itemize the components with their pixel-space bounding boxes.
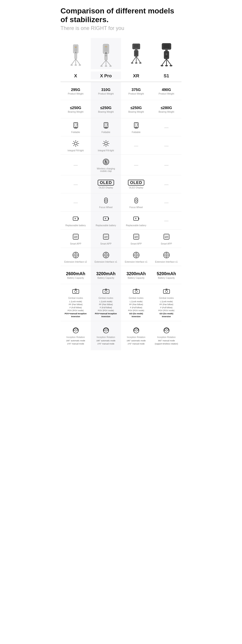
cell-cap-xpro: 3200mAh Battery Capacity	[91, 266, 121, 284]
cap-value-xr: 3200mAh	[127, 271, 146, 276]
cell-inception-xr: Inception Rotation 180° automatic mode27…	[121, 321, 151, 350]
repbat-icon-x	[72, 214, 80, 223]
focus-icon-xr	[132, 196, 140, 205]
oled-badge-xr: OLED	[128, 180, 144, 186]
focus-dash-s1: —	[164, 200, 169, 205]
svg-point-152	[135, 330, 137, 331]
svg-line-66	[73, 142, 74, 142]
cell-weight-x: 295G Product Weight	[61, 82, 91, 100]
cell-inception-xpro: Inception Rotation 180° automatic mode27…	[91, 321, 121, 350]
svg-point-123	[136, 254, 137, 256]
svg-point-130	[166, 254, 167, 256]
svg-rect-22	[105, 47, 107, 47]
gimbal-icon-x	[72, 287, 80, 296]
svg-point-21	[105, 66, 107, 67]
foldable-label-xr: Foldable	[132, 131, 141, 134]
smartapp-label-xpro: Smart APP	[100, 242, 111, 245]
foldable-label-x: Foldable	[71, 131, 80, 134]
bearing-value-x: ≤250G	[70, 106, 81, 110]
cell-focus-s1: —	[151, 193, 181, 211]
svg-rect-55	[107, 124, 107, 126]
foldable-icon-xr	[132, 122, 140, 130]
repbat-label-xr: Replaceable battery	[126, 224, 146, 227]
oled-label-xpro: OLED Display	[99, 186, 113, 189]
oled-icon-xpro: OLED	[98, 180, 114, 186]
product-name-xr: XR	[121, 72, 151, 79]
svg-rect-10	[75, 47, 76, 48]
svg-rect-50	[77, 124, 77, 126]
cap-label-xr: Battery Capacity	[128, 277, 145, 279]
filllight-dash-xr: —	[134, 143, 138, 148]
oled-badge-xpro: OLED	[98, 180, 114, 186]
cell-cap-xr: 3200mAh Battery Capacity	[121, 266, 151, 284]
inception-label-xr: Inception Rotation	[127, 336, 145, 338]
foldable-icon-x	[72, 122, 80, 130]
svg-point-61	[74, 142, 77, 145]
cell-repbat-xr: Replaceable battery	[121, 212, 151, 229]
row-battery-capacity: 2600mAh Battery Capacity 3200mAh Battery…	[61, 266, 181, 284]
weight-label-s1: Product Weight	[159, 92, 174, 95]
ext-label-s1: Extension Interface x1	[155, 261, 178, 263]
ext-icon-xr	[132, 251, 140, 260]
cell-filllight-x: Integral Fill-light	[61, 136, 91, 154]
cell-wireless-x: —	[61, 155, 91, 175]
svg-rect-60	[137, 124, 138, 126]
gimbal-modes-s1: L (Lock mode)PF (Pan follow)F (Full foll…	[158, 300, 174, 318]
foldable-icon-xpro	[102, 122, 110, 130]
repbat-icon-xr	[132, 214, 140, 223]
row-focus: — Focus Wheel Fo	[61, 193, 181, 212]
cell-foldable-x: Foldable	[61, 118, 91, 136]
svg-text:APP: APP	[135, 236, 138, 238]
weight-value-xpro: 310G	[101, 88, 110, 92]
svg-line-17	[106, 60, 110, 66]
svg-line-78	[104, 145, 104, 146]
row-bearing-weight: ≤250G Bearing Weight ≤250G Bearing Weigh…	[61, 100, 181, 118]
focus-icon-xpro	[102, 196, 110, 205]
cell-foldable-xpro: Foldable	[91, 118, 121, 136]
cell-ext-x: Extension Interface x2	[61, 248, 91, 266]
weight-label-xpro: Product Weight	[98, 92, 114, 95]
cell-smartapp-x: APP Smart APP	[61, 230, 91, 248]
foldable-dash-s1: —	[164, 125, 169, 130]
svg-line-75	[104, 142, 104, 142]
cell-filllight-xpro: Integral Fill-light	[91, 136, 121, 154]
product-image-s1	[151, 38, 181, 69]
filllight-icon-xpro	[102, 140, 110, 148]
svg-point-150	[105, 330, 107, 331]
cell-repbat-s1: —	[151, 212, 181, 229]
svg-rect-1	[74, 46, 77, 52]
svg-rect-94	[139, 218, 139, 220]
product-images	[61, 38, 181, 69]
gimbal-modes-xr: L (Lock mode)PF (Pan follow)F (Full foll…	[128, 300, 144, 318]
product-image-xpro	[91, 38, 121, 69]
focus-label-xpro: Focus Wheel	[99, 206, 113, 208]
weight-value-x: 295G	[71, 88, 80, 92]
svg-point-154	[166, 330, 167, 331]
focus-dash-x: —	[73, 200, 78, 205]
svg-point-33	[135, 62, 137, 64]
svg-rect-27	[135, 51, 137, 55]
cell-bearing-xpro: ≤250G Bearing Weight	[91, 100, 121, 118]
wireless-dash-s1: —	[164, 162, 169, 168]
inception-modes-x: 180° automatic mode270° manual mode	[66, 339, 85, 345]
hero-title: Comparison of different models of stabil…	[61, 7, 181, 24]
svg-point-20	[109, 66, 111, 67]
svg-line-28	[132, 56, 136, 62]
focus-label-xr: Focus Wheel	[130, 206, 143, 208]
row-extension: Extension Interface x2 Extension Interfa…	[61, 248, 181, 266]
inception-label-x: Inception Rotation	[66, 336, 85, 338]
filllight-icon-x	[72, 140, 80, 148]
product-name-s1: S1	[151, 72, 181, 79]
oled-label-xr: OLED Display	[129, 186, 143, 189]
svg-line-68	[77, 142, 78, 142]
smartapp-icon-s1: APP	[162, 233, 171, 242]
svg-line-4	[71, 59, 75, 64]
svg-line-67	[77, 145, 78, 146]
svg-line-40	[162, 59, 166, 65]
row-wireless: — Wireless charging mobile clap — —	[61, 155, 181, 175]
row-smartapp: APP Smart APP APP Smart APP APP	[61, 230, 181, 248]
svg-line-77	[107, 142, 108, 142]
svg-text:APP: APP	[104, 236, 107, 238]
product-name-xpro: X Pro	[91, 72, 121, 79]
inception-modes-xr: 180° automatic mode270° manual mode	[127, 339, 146, 345]
